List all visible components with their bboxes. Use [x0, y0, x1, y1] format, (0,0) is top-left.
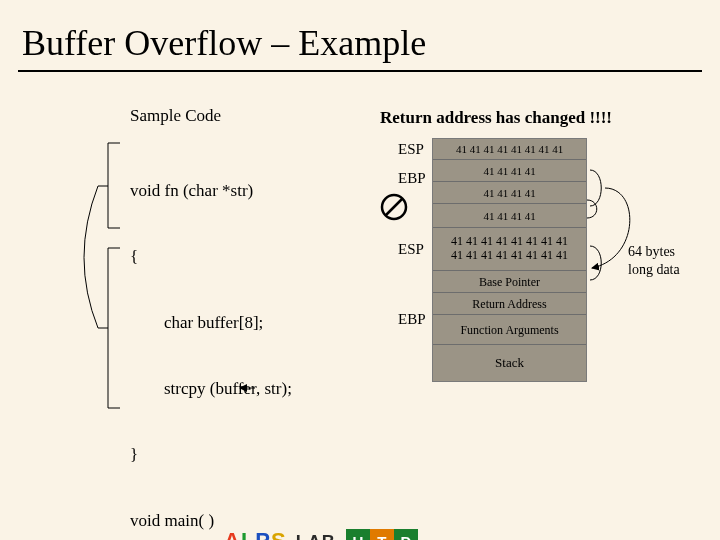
alps-logo: ALPS LAB — [224, 528, 336, 540]
side-note-line: 64 bytes — [628, 244, 675, 259]
stack-diagram: 41 41 41 41 41 41 41 41 41 41 41 41 41 4… — [432, 138, 587, 382]
ebp-label-2: EBP — [398, 311, 426, 328]
stack-cell-stack: Stack — [433, 345, 586, 381]
stack-cell-buffer256: 41 41 41 41 41 41 41 41 41 41 41 41 41 4… — [433, 228, 586, 271]
stack-cell-return-address: Return Address — [433, 293, 586, 315]
stack-cell-function-args: Function Arguments — [433, 315, 586, 345]
esp-label-1: ESP — [398, 141, 424, 158]
stack-cell-arg-overwritten: 41 41 41 41 — [433, 204, 586, 228]
code-line: char buffer[8]; — [130, 312, 345, 334]
stack-text: 41 41 41 41 41 41 41 41 — [451, 248, 568, 262]
code-block: void fn (char *str) { char buffer[8]; st… — [130, 136, 345, 540]
stack-cell-ret-overwritten: 41 41 41 41 — [433, 182, 586, 204]
code-line: } — [130, 444, 345, 466]
side-note-line: long data — [628, 262, 680, 277]
svg-line-1 — [386, 199, 402, 215]
utd-logo: UTD — [346, 529, 418, 540]
return-changed-label: Return address has changed !!!! — [380, 108, 612, 128]
stack-cell-buffer8: 41 41 41 41 41 41 41 41 — [433, 139, 586, 160]
code-line: void fn (char *str) — [130, 180, 345, 202]
stack-cell-ebp-overwritten: 41 41 41 41 — [433, 160, 586, 182]
stack-text: 41 41 41 41 41 41 41 41 — [451, 234, 568, 248]
code-line: { — [130, 246, 345, 268]
stack-cell-base-pointer: Base Pointer — [433, 271, 586, 293]
connector-overlay — [0, 88, 720, 540]
stack-text: 41 41 41 41 41 41 41 41 — [456, 143, 563, 155]
sample-code-label: Sample Code — [130, 106, 221, 126]
alps-suffix: LAB — [296, 532, 336, 540]
footer-logos: ALPS LAB UTD — [224, 528, 418, 540]
side-note-64bytes: 64 bytes long data — [628, 243, 680, 279]
code-line: strcpy (buffer, str); — [130, 378, 345, 400]
no-entry-icon — [380, 193, 408, 221]
slide-title: Buffer Overflow – Example — [0, 0, 720, 70]
esp-label-2: ESP — [398, 241, 424, 258]
title-underline — [18, 70, 702, 72]
ebp-label-1: EBP — [398, 170, 426, 187]
